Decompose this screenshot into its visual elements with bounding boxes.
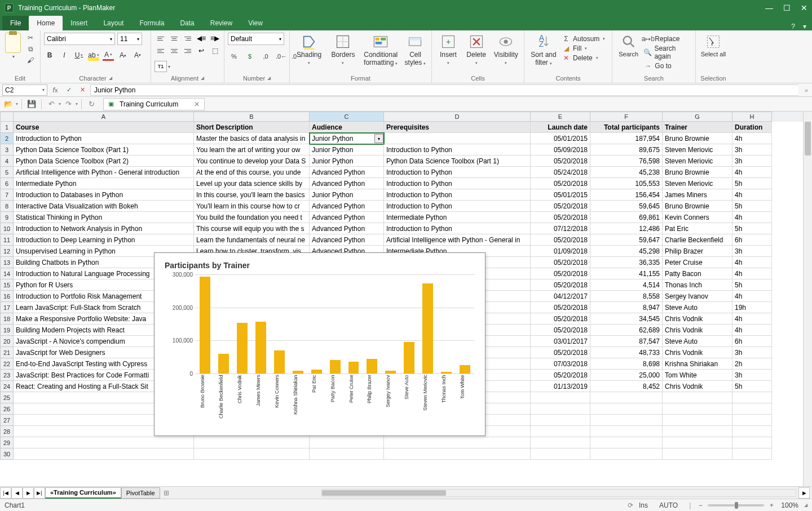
cell[interactable]: 05/01/2015 — [531, 189, 590, 201]
cell[interactable]: Kevin Conners — [663, 212, 732, 223]
cell[interactable] — [310, 448, 384, 460]
row-header-5[interactable]: 5 — [0, 167, 14, 178]
cell[interactable] — [384, 448, 531, 460]
header-cell-D[interactable]: Prerequisites — [384, 122, 531, 133]
cell[interactable]: 4h — [732, 291, 772, 302]
borders-button[interactable]: Borders▾ — [327, 33, 359, 66]
fill-button[interactable]: ◢Fill▾ — [562, 45, 605, 52]
close-tab-icon[interactable]: ✕ — [194, 100, 200, 108]
cell[interactable]: Junior Python — [310, 155, 384, 167]
cell[interactable]: Introduction to Python — [384, 201, 531, 212]
cell[interactable] — [732, 392, 772, 403]
cell[interactable]: Python Data Science Toolbox (Part 2) — [14, 155, 194, 167]
cell[interactable]: 4,514 — [590, 279, 663, 291]
cell[interactable]: 05/20/2018 — [531, 313, 590, 325]
row-header-3[interactable]: 3 — [0, 144, 14, 155]
cell[interactable]: 59,647 — [590, 234, 663, 246]
menu-tab-layout[interactable]: Layout — [95, 16, 131, 30]
cell[interactable]: Junior Python — [310, 189, 384, 201]
cell[interactable]: 05/20/2018 — [531, 370, 590, 381]
tab-nav-first[interactable]: |◀ — [0, 487, 11, 499]
zoom-level[interactable]: 100% — [781, 501, 798, 509]
column-header-A[interactable]: A — [14, 112, 194, 122]
cell[interactable] — [384, 133, 531, 144]
clear-button[interactable]: ✕Delete▾ — [562, 54, 605, 62]
cell[interactable]: Junior Python — [310, 144, 384, 155]
cell[interactable]: Chris Vodnik — [663, 381, 732, 392]
cell[interactable] — [663, 448, 732, 460]
cell[interactable]: You continue to develop your Data S — [194, 155, 310, 167]
cell[interactable]: 4h — [732, 189, 772, 201]
row-header-26[interactable]: 26 — [0, 403, 14, 415]
row-header-12[interactable]: 12 — [0, 246, 14, 257]
cell[interactable]: Bruno Brownie — [663, 201, 732, 212]
cell[interactable]: Introduction to Python — [384, 144, 531, 155]
copy-icon[interactable]: ⧉ — [25, 44, 36, 54]
cell[interactable] — [590, 403, 663, 415]
cell[interactable] — [590, 392, 663, 403]
cell[interactable]: Level up your data science skills by — [194, 178, 310, 189]
cell-styles-button[interactable]: Cell styles ▾ — [403, 33, 428, 67]
cell[interactable]: 03/01/2017 — [531, 336, 590, 347]
cell[interactable]: 156,454 — [590, 189, 663, 201]
cell[interactable]: 62,689 — [590, 325, 663, 336]
cell[interactable]: 01/09/2018 — [531, 246, 590, 257]
search-button[interactable]: Search — [616, 33, 641, 58]
font-color-button[interactable]: A▾ — [103, 50, 114, 61]
cell[interactable]: Interactive Data Visualization with Boke… — [14, 201, 194, 212]
formula-input[interactable]: Junior Python — [90, 85, 798, 96]
cell[interactable]: You build the foundation you need t — [194, 212, 310, 223]
shading-button[interactable]: Shading▾ — [293, 33, 325, 66]
cell[interactable]: Pat Eric — [663, 223, 732, 234]
cell[interactable] — [531, 415, 590, 426]
close-button[interactable]: ✕ — [801, 3, 807, 12]
currency-button[interactable]: $ — [244, 51, 256, 62]
row-header-30[interactable]: 30 — [0, 448, 14, 460]
cell[interactable]: Steven Meriovic — [663, 144, 732, 155]
cell[interactable] — [531, 403, 590, 415]
decrease-font-button[interactable]: A▾ — [132, 50, 143, 61]
cell[interactable]: Introduction to Network Analysis in Pyth… — [14, 223, 194, 234]
repeat-icon[interactable]: ↻ — [85, 99, 98, 110]
cell[interactable]: Python Data Science Toolbox (Part 1) — [14, 144, 194, 155]
underline-button[interactable]: U▾ — [73, 50, 85, 61]
cell[interactable]: 6h — [732, 336, 772, 347]
cell[interactable]: 05/20/2018 — [531, 279, 590, 291]
align-bottom-center[interactable] — [168, 45, 180, 56]
row-header-9[interactable]: 9 — [0, 212, 14, 223]
cell[interactable]: 04/12/2017 — [531, 291, 590, 302]
italic-button[interactable]: I — [59, 50, 70, 61]
row-header-21[interactable]: 21 — [0, 347, 14, 358]
cell[interactable] — [384, 437, 531, 448]
cell[interactable]: 05/20/2018 — [531, 201, 590, 212]
cell[interactable]: Steven Meriovic — [663, 178, 732, 189]
goto-button[interactable]: →Go to — [643, 62, 692, 70]
maximize-button[interactable]: ☐ — [783, 3, 791, 12]
cell[interactable]: 3h — [732, 155, 772, 167]
new-sheet-icon[interactable]: ⊞ — [160, 487, 173, 499]
cell[interactable]: Advanced Python — [310, 201, 384, 212]
cell[interactable]: 07/12/2018 — [531, 223, 590, 234]
select-all-button[interactable]: Select all — [699, 33, 727, 58]
format-painter-icon[interactable]: 🖌 — [25, 55, 36, 65]
row-header-4[interactable]: 4 — [0, 155, 14, 167]
cell-dropdown-icon[interactable]: ▼ — [374, 134, 383, 143]
number-expand-icon[interactable]: ◢ — [267, 75, 271, 81]
cell[interactable] — [531, 426, 590, 437]
cell[interactable] — [663, 392, 732, 403]
cell[interactable]: Artificial Intelligence with Python - Ge… — [14, 167, 194, 178]
row-header-29[interactable]: 29 — [0, 437, 14, 448]
row-header-15[interactable]: 15 — [0, 279, 14, 291]
cell[interactable]: 05/20/2018 — [531, 212, 590, 223]
cell[interactable]: Thonas Inch — [663, 279, 732, 291]
cell[interactable]: Statistical Thinking in Python — [14, 212, 194, 223]
header-cell-G[interactable]: Trainer — [663, 122, 732, 133]
cell[interactable]: 05/20/2018 — [531, 178, 590, 189]
cell[interactable] — [663, 437, 732, 448]
row-header-19[interactable]: 19 — [0, 325, 14, 336]
autosum-button[interactable]: ΣAutosum▾ — [562, 35, 605, 43]
cell[interactable]: Krishna Shiriakan — [663, 358, 732, 370]
cell[interactable] — [732, 448, 772, 460]
sheet-tab-pivottable[interactable]: PivotTable — [121, 487, 160, 499]
minimize-button[interactable]: — — [765, 3, 773, 12]
